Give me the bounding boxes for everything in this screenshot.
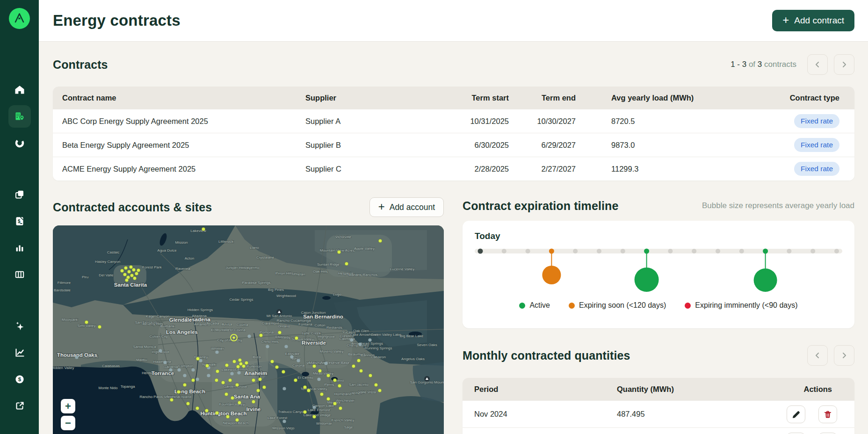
svg-text:Lucerne Valley: Lucerne Valley (390, 267, 414, 271)
map-zoom-in-button[interactable]: + (61, 399, 75, 413)
svg-text:Cabazon: Cabazon (371, 355, 386, 359)
sidebar-item-external[interactable] (8, 395, 31, 417)
plus-icon: + (782, 14, 789, 26)
svg-text:West Covina: West Covina (224, 328, 246, 332)
contract-type-badge: Fixed rate (794, 138, 839, 152)
donut-chart-icon (14, 138, 25, 148)
svg-text:Anaheim: Anaheim (245, 370, 268, 376)
edit-button[interactable] (787, 405, 805, 423)
table-row[interactable]: ACME Energy Supply Agreement 2025 Suppli… (53, 157, 854, 181)
col-contract-name: Contract name (53, 94, 305, 102)
danger-dot-icon (685, 303, 691, 309)
svg-text:Chino Hills: Chino Hills (261, 340, 279, 344)
col-term-end: Term end (509, 94, 576, 102)
svg-text:Victorville: Victorville (335, 235, 352, 239)
svg-text:Norwalk: Norwalk (203, 362, 217, 367)
svg-text:Lake Forest: Lake Forest (268, 416, 288, 420)
today-label: Today (475, 231, 842, 241)
col-actions: Actions (756, 385, 854, 394)
col-term-start: Term start (422, 94, 509, 102)
pencil-icon (791, 410, 801, 419)
sidebar-item-documents[interactable] (8, 183, 31, 206)
svg-text:Cedar Springs: Cedar Springs (229, 297, 253, 302)
svg-text:Oak Hills: Oak Hills (313, 269, 328, 274)
delete-button[interactable] (818, 433, 837, 434)
svg-text:Acton: Acton (185, 256, 194, 260)
dollar-circle-icon: $ (14, 374, 25, 384)
svg-text:Los Angeles: Los Angeles (166, 329, 198, 335)
edit-button[interactable] (787, 433, 805, 434)
page-content: Contracts 1 - 3 of 3 contracts (39, 42, 868, 434)
app-logo[interactable] (9, 8, 30, 29)
contract-type-badge: Fixed rate (794, 162, 839, 176)
sidebar-item-trends[interactable] (8, 341, 31, 364)
svg-text:Llano: Llano (250, 246, 259, 250)
prev-page-button[interactable] (807, 54, 828, 75)
chevron-left-icon (814, 61, 821, 68)
table-row[interactable]: ABC Corp Energy Supply Agreement 2025 Su… (53, 109, 854, 133)
monthly-title: Monthly contracted quantities (463, 349, 630, 362)
home-icon (14, 85, 25, 95)
sidebar-item-tables[interactable] (8, 263, 31, 286)
add-account-button[interactable]: + Add account (369, 197, 444, 217)
svg-text:Compton: Compton (178, 364, 193, 368)
svg-text:Forest Park: Forest Park (142, 265, 162, 269)
svg-text:Mead Valley: Mead Valley (313, 371, 333, 376)
svg-text:Sunset Ridge: Sunset Ridge (317, 262, 340, 267)
monthly-section-header: Monthly contracted quantities (463, 344, 854, 367)
svg-text:Calabasas: Calabasas (102, 364, 120, 368)
svg-text:$: $ (18, 219, 21, 224)
svg-text:Monte Nido: Monte Nido (99, 386, 118, 390)
svg-text:El Cerrito: El Cerrito (297, 376, 313, 380)
delete-button[interactable] (818, 405, 837, 423)
svg-text:Apple Valley: Apple Valley (354, 246, 375, 251)
page-title: Energy contracts (53, 12, 181, 29)
sidebar-item-ai[interactable] (8, 315, 31, 337)
timeline-card: Today Active Expiring soon (<120 da (463, 221, 854, 328)
svg-text:Irvine: Irvine (246, 406, 261, 412)
svg-text:Glendale: Glendale (169, 317, 192, 323)
contracts-table-header: Contract name Supplier Term start Term e… (53, 87, 854, 109)
svg-text:Fontana: Fontana (298, 322, 312, 326)
monthly-next-button[interactable] (834, 345, 854, 366)
sidebar-item-billing[interactable]: $ (8, 210, 31, 232)
svg-text:Crystalaire: Crystalaire (256, 255, 275, 260)
map-zoom-out-button[interactable]: − (61, 416, 75, 430)
svg-text:Homeland: Homeland (334, 392, 351, 396)
col-supplier: Supplier (305, 94, 422, 102)
monthly-prev-button[interactable] (807, 345, 828, 366)
warning-dot-icon (569, 303, 575, 309)
svg-text:Green Valley Lake: Green Valley Lake (370, 333, 401, 337)
plus-icon: + (378, 201, 385, 212)
svg-text:Seven Oaks: Seven Oaks (417, 343, 437, 347)
sidebar-item-usage[interactable] (8, 132, 31, 154)
svg-text:March Air Reserve Base: March Air Reserve Base (309, 361, 350, 365)
add-contract-button[interactable]: + Add contract (772, 10, 854, 31)
legend-item-active: Active (519, 301, 550, 310)
svg-text:Whittier: Whittier (211, 347, 224, 351)
svg-text:Riverside: Riverside (302, 340, 326, 346)
logo-a-icon (9, 8, 30, 29)
svg-text:Big Bear Lake: Big Bear Lake (400, 334, 424, 338)
bar-chart-icon (14, 243, 25, 253)
svg-text:Paradise Springs: Paradise Springs (242, 281, 271, 285)
svg-text:Covina: Covina (237, 323, 248, 327)
svg-text:Agua Dulce: Agua Dulce (157, 248, 177, 253)
svg-text:Culver City: Culver City (149, 334, 167, 339)
timeline-subtitle: Bubble size represents average yearly lo… (702, 201, 854, 210)
timeline-title: Contract expiration timeline (463, 199, 618, 213)
svg-text:San Jacinto: San Jacinto (349, 383, 369, 387)
sidebar-item-accounts[interactable] (8, 105, 31, 128)
sites-map[interactable]: CastaicHasley CanyonForest ParkDel Valle… (53, 225, 444, 434)
svg-text:Angelus Oaks: Angelus Oaks (401, 357, 425, 361)
chevron-right-icon (840, 352, 848, 359)
svg-text:Ravenna: Ravenna (175, 267, 191, 271)
table-row[interactable]: Beta Energy Supply Agreement 2025 Suppli… (53, 133, 854, 157)
svg-text:Sage: Sage (344, 425, 353, 429)
next-page-button[interactable] (834, 54, 854, 75)
timeline-chart[interactable] (475, 248, 842, 300)
svg-text:Del Valle: Del Valle (99, 273, 114, 277)
sidebar-item-home[interactable] (8, 79, 31, 101)
sidebar-item-payments[interactable]: $ (8, 368, 31, 391)
sidebar-item-analytics[interactable] (8, 237, 31, 259)
